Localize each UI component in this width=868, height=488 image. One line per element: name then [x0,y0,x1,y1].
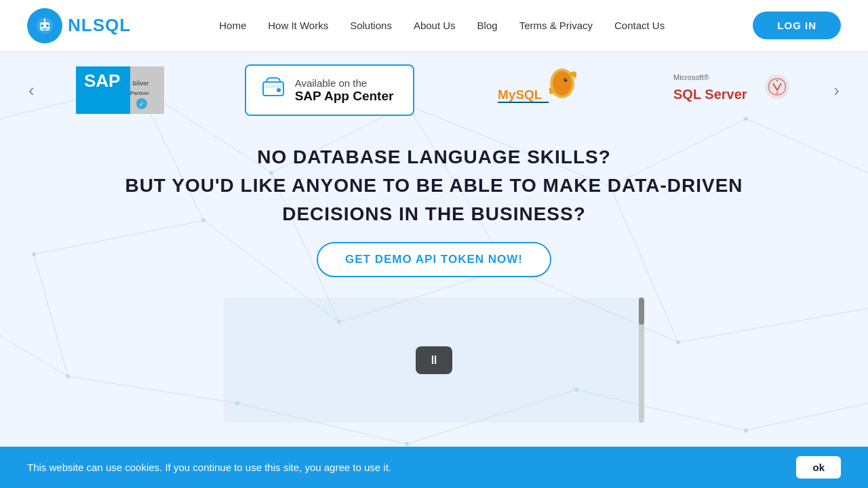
scrollbar-thumb [639,298,644,325]
sap-silver-partner: SAP Silver Partner ✓ [76,66,164,114]
sqlserver-logo: Microsoft® SQL Server [670,66,792,114]
svg-text:MySQL: MySQL [498,87,542,102]
nav-contact-us[interactable]: Contact Us [614,20,665,31]
svg-rect-52 [263,85,283,88]
nav-links: Home How It Works Solutions About Us Blo… [219,20,665,32]
partner-carousel: ‹ SAP Silver Partner ✓ [20,51,848,123]
svg-text:Partner: Partner [130,90,149,96]
logo-text: NLSQL [68,15,131,36]
scrollbar[interactable] [639,298,644,423]
video-section: ⏸ [20,298,848,423]
nav-how-it-works[interactable]: How It Works [268,20,328,31]
cookie-ok-button[interactable]: ok [796,456,841,479]
logo-icon [27,8,62,43]
hero-line2: BUT YOU'D LIKE ANYONE TO BE ABLE TO MAKE… [20,171,848,200]
svg-text:SQL Server: SQL Server [673,87,747,102]
hero-line3: DECISIONS IN THE BUSINESS? [20,200,848,228]
svg-point-57 [566,79,568,80]
nav-home[interactable]: Home [219,20,246,31]
svg-point-39 [41,24,43,27]
svg-point-53 [277,88,281,92]
pause-button[interactable]: ⏸ [416,346,452,374]
svg-point-55 [553,71,572,96]
svg-text:SAP: SAP [84,70,120,91]
logo[interactable]: NLSQL [27,8,131,43]
pause-icon: ⏸ [428,353,440,367]
mysql-logo: MySQL [494,66,589,114]
sap-app-center-label: SAP App Center [295,89,394,104]
sap-app-text: Available on the SAP App Center [295,77,394,104]
login-button[interactable]: LOG IN [753,12,841,39]
nav-solutions[interactable]: Solutions [350,20,392,31]
carousel-next[interactable]: › [825,75,848,106]
svg-text:✓: ✓ [139,101,144,108]
nav-blog[interactable]: Blog [477,20,498,31]
demo-cta-button[interactable]: GET DEMO API TOKEN NOW! [317,242,551,277]
video-wrapper: ⏸ [224,298,644,423]
svg-point-43 [44,18,46,20]
nav-about-us[interactable]: About Us [414,20,456,31]
sap-app-center-badge: Available on the SAP App Center [245,64,414,116]
svg-point-40 [46,24,49,27]
cookie-bar: This website can use cookies. If you con… [0,447,868,488]
sap-available-label: Available on the [295,77,394,89]
svg-point-56 [564,79,568,82]
svg-text:Microsoft®: Microsoft® [673,73,709,81]
svg-rect-41 [42,28,47,30]
cookie-message: This website can use cookies. If you con… [27,462,391,473]
svg-text:Silver: Silver [132,80,149,87]
hero-section: NO DATABASE LANGUAGE SKILLS? BUT YOU'D L… [20,123,848,291]
navbar: NLSQL Home How It Works Solutions About … [0,0,868,51]
hero-line1: NO DATABASE LANGUAGE SKILLS? [20,143,848,171]
nav-terms-privacy[interactable]: Terms & Privacy [519,20,593,31]
carousel-items: SAP Silver Partner ✓ [43,64,826,116]
svg-rect-59 [498,102,549,103]
main-content: ‹ SAP Silver Partner ✓ [0,51,868,423]
wallet-icon [261,75,285,105]
svg-point-34 [744,428,748,432]
svg-point-32 [405,442,409,446]
svg-rect-51 [263,82,283,96]
carousel-prev[interactable]: ‹ [20,75,43,106]
